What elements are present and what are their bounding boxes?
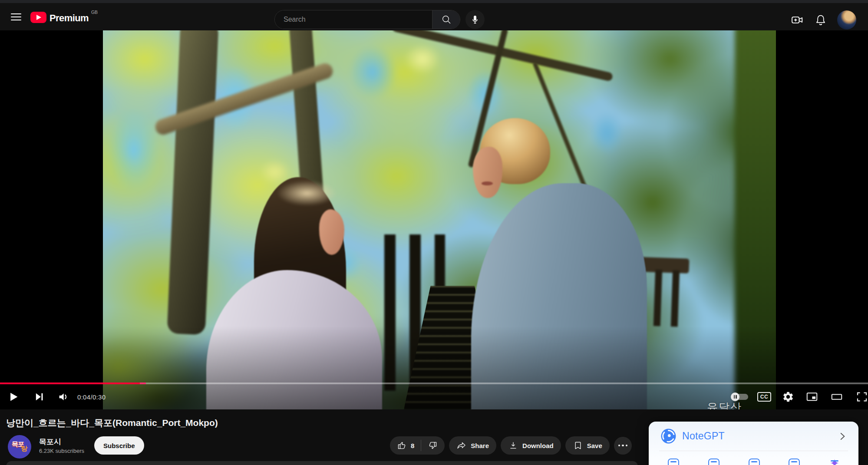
miniplayer-button[interactable] [802, 384, 822, 409]
settings-button[interactable] [779, 384, 797, 409]
video-player[interactable]: 유달산 0:04 / 0:30 CC [0, 30, 868, 409]
theater-mode-button[interactable] [827, 384, 846, 409]
account-avatar[interactable] [837, 10, 856, 30]
share-label: Share [471, 442, 489, 449]
subtitles-button[interactable]: CC [755, 384, 773, 409]
duration: 0:30 [92, 393, 106, 401]
bookmark-icon [573, 440, 583, 451]
youtube-app: Premium GB [0, 0, 868, 465]
volume-icon [57, 390, 70, 403]
time-display: 0:04 / 0:30 [77, 384, 106, 409]
window-top-strip [0, 0, 868, 3]
more-dots-icon [618, 445, 620, 447]
thumbs-up-icon [396, 440, 407, 451]
youtube-premium-logo[interactable]: Premium GB [30, 9, 98, 24]
subscribe-button[interactable]: Subscribe [94, 436, 144, 455]
notegpt-panel: NoteGPT ✦ [649, 422, 858, 465]
autoplay-pause-icon [731, 392, 739, 401]
miniplayer-icon [805, 390, 818, 403]
channel-avatar-accent: 랑 [21, 445, 27, 453]
download-icon [508, 440, 518, 451]
next-icon [33, 391, 46, 403]
bell-icon [815, 14, 827, 26]
masthead: Premium GB [0, 3, 868, 30]
logo-region-code: GB [91, 10, 98, 15]
create-video-icon [791, 13, 804, 26]
autoplay-toggle-track [732, 394, 748, 400]
notegpt-brand: NoteGPT [682, 430, 725, 442]
like-button[interactable]: 8 [390, 436, 421, 455]
dislike-button[interactable] [421, 436, 445, 455]
fullscreen-button[interactable] [852, 384, 868, 409]
youtube-play-icon [30, 12, 46, 23]
volume-button[interactable] [54, 384, 73, 409]
search-bar [274, 10, 460, 29]
theater-icon [830, 390, 843, 403]
cc-icon: CC [757, 392, 771, 402]
notegpt-ai-sparkle-icon[interactable]: ✦ [829, 458, 840, 465]
action-buttons-row: 8 Share Download [390, 436, 632, 455]
logo-brand-text: Premium [50, 13, 89, 24]
notegpt-header: NoteGPT [649, 422, 858, 444]
download-label: Download [522, 442, 554, 449]
save-label: Save [587, 442, 602, 449]
voice-search-button[interactable] [465, 10, 485, 29]
channel-avatar[interactable]: 목포 랑 [8, 435, 31, 458]
gear-icon [782, 391, 794, 403]
notegpt-transcript-icon[interactable] [708, 458, 719, 465]
play-button[interactable] [4, 384, 23, 409]
thumbs-down-icon [428, 440, 438, 451]
channel-name[interactable]: 목포시 [39, 437, 61, 447]
channel-subscribers: 6.23K subscribers [39, 448, 84, 454]
autoplay-toggle[interactable] [730, 384, 750, 409]
notifications-button[interactable] [811, 10, 830, 30]
more-actions-button[interactable] [614, 437, 632, 455]
like-dislike-pill: 8 [390, 436, 445, 455]
notegpt-summary-icon[interactable] [668, 458, 679, 465]
share-icon [456, 440, 467, 451]
current-time: 0:04 [77, 393, 90, 401]
search-button[interactable] [432, 10, 460, 29]
search-icon [441, 14, 452, 25]
notegpt-copy-icon[interactable] [789, 458, 800, 465]
video-title: 낭만이_흐르는_바다_목포(Romantic_Port_Mokpo) [6, 417, 218, 429]
notegpt-toolbar: ✦ [649, 451, 858, 465]
chevron-right-icon[interactable] [837, 431, 848, 442]
masthead-right [788, 6, 868, 33]
description-box[interactable] [6, 461, 638, 465]
notegpt-logo-icon [660, 428, 677, 444]
guide-menu-button[interactable] [7, 10, 25, 23]
fullscreen-icon [855, 390, 868, 403]
play-icon [7, 390, 20, 403]
create-button[interactable] [788, 10, 807, 30]
share-button[interactable]: Share [449, 436, 496, 455]
save-button[interactable]: Save [565, 436, 610, 455]
search-input[interactable] [275, 10, 432, 29]
next-button[interactable] [30, 384, 49, 409]
notegpt-notes-icon[interactable] [749, 458, 760, 465]
microphone-icon [470, 14, 480, 25]
like-count: 8 [411, 442, 414, 449]
download-button[interactable]: Download [501, 436, 561, 455]
player-bottom-gradient [0, 30, 868, 409]
